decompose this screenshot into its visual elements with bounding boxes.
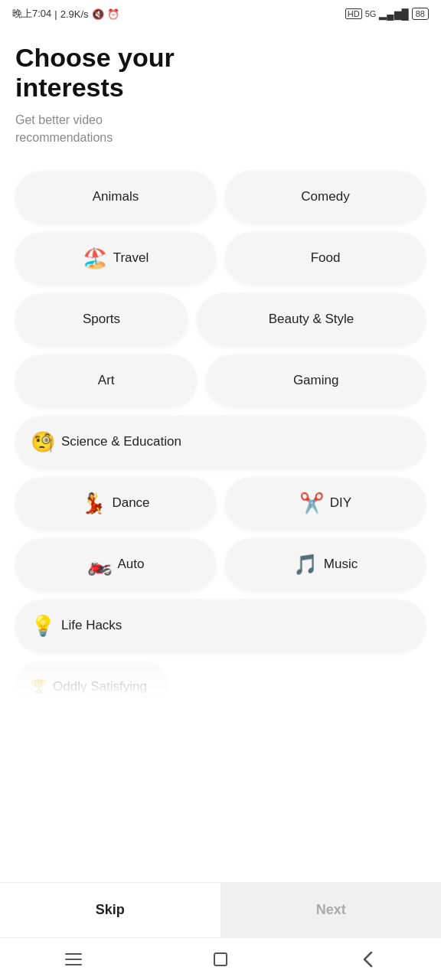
signal-bars-icon: ▂▄▆█ (379, 8, 408, 20)
time-display: 晚上7:04 (12, 7, 51, 21)
interests-row-7: 🏍️ Auto 🎵 Music (15, 538, 426, 590)
interests-row-1: Animals Comedy (15, 171, 426, 223)
sports-label: Sports (83, 312, 120, 327)
comedy-label: Comedy (301, 189, 349, 204)
interests-row-6: 💃 Dance ✂️ DIY (15, 477, 426, 529)
page-subtitle: Get better video recommendations (15, 112, 426, 146)
beauty-style-label: Beauty & Style (269, 312, 354, 327)
separator: | (54, 8, 57, 20)
interests-row-4: Art Gaming (15, 354, 426, 407)
interest-chip-animals[interactable]: Animals (15, 171, 216, 223)
next-button[interactable]: Next (221, 883, 442, 937)
interest-chip-life-hacks[interactable]: 💡 Life Hacks (15, 599, 426, 652)
travel-label: Travel (113, 250, 149, 266)
auto-emoji: 🏍️ (87, 554, 112, 574)
interest-chip-dance[interactable]: 💃 Dance (15, 477, 216, 529)
music-emoji: 🎵 (293, 554, 318, 574)
travel-emoji: 🏖️ (83, 248, 107, 268)
menu-icon[interactable] (64, 950, 83, 969)
dance-emoji: 💃 (81, 493, 106, 513)
gaming-label: Gaming (293, 373, 339, 388)
svg-rect-0 (65, 953, 82, 955)
science-emoji: 🧐 (31, 432, 55, 452)
bottom-action-bar: Skip Next (0, 882, 441, 937)
interest-chip-science-education[interactable]: 🧐 Science & Education (15, 416, 426, 468)
interests-row-9: 🏆 Oddly Satisfying (15, 661, 426, 699)
science-education-label: Science & Education (61, 434, 181, 449)
status-right: HD 5G ▂▄▆█ 88 (345, 8, 429, 20)
back-icon[interactable] (358, 950, 377, 969)
interest-chip-diy[interactable]: ✂️ DIY (225, 477, 426, 529)
interest-chip-comedy[interactable]: Comedy (225, 171, 426, 223)
dance-label: Dance (112, 495, 149, 511)
diy-emoji: ✂️ (299, 493, 324, 513)
interest-chip-beauty-style[interactable]: Beauty & Style (197, 293, 426, 345)
oddly-satisfying-emoji: 🏆 (31, 678, 47, 694)
art-label: Art (98, 373, 115, 388)
interests-row-3: Sports Beauty & Style (15, 293, 426, 345)
alarm-icon: ⏰ (107, 8, 119, 20)
interest-chip-gaming[interactable]: Gaming (206, 354, 426, 407)
android-nav-bar (0, 937, 441, 980)
svg-rect-2 (65, 964, 82, 965)
svg-rect-1 (65, 959, 82, 960)
interests-row-2: 🏖️ Travel Food (15, 232, 426, 284)
diy-label: DIY (330, 495, 351, 511)
battery-display: 88 (412, 8, 429, 20)
mute-icon: 🔇 (92, 8, 104, 20)
status-left: 晚上7:04 | 2.9K/s 🔇 ⏰ (12, 7, 119, 21)
oddly-satisfying-label: Oddly Satisfying (53, 679, 147, 694)
interest-chip-music[interactable]: 🎵 Music (225, 538, 426, 590)
food-label: Food (311, 250, 341, 266)
network-speed: 2.9K/s (60, 8, 89, 20)
skip-button[interactable]: Skip (0, 883, 221, 937)
life-hacks-label: Life Hacks (61, 618, 122, 633)
page-title: Choose your interests (15, 43, 426, 103)
animals-label: Animals (93, 189, 139, 204)
5g-badge: 5G (365, 9, 377, 18)
hd-badge: HD (345, 8, 362, 19)
music-label: Music (324, 557, 358, 572)
interests-row-8: 💡 Life Hacks (15, 599, 426, 652)
interests-row-5: 🧐 Science & Education (15, 416, 426, 468)
main-content: Choose your interests Get better video r… (0, 28, 441, 882)
status-bar: 晚上7:04 | 2.9K/s 🔇 ⏰ HD 5G ▂▄▆█ 88 (0, 0, 441, 28)
interest-chip-sports[interactable]: Sports (15, 293, 188, 345)
interests-grid: Animals Comedy 🏖️ Travel Food Sports Bea… (15, 171, 426, 699)
interest-chip-art[interactable]: Art (15, 354, 197, 407)
interest-chip-auto[interactable]: 🏍️ Auto (15, 538, 216, 590)
interest-chip-travel[interactable]: 🏖️ Travel (15, 232, 216, 284)
interest-chip-food[interactable]: Food (225, 232, 426, 284)
home-icon[interactable] (211, 950, 230, 969)
life-hacks-emoji: 💡 (31, 616, 55, 635)
auto-label: Auto (118, 557, 145, 572)
interest-chip-oddly-satisfying[interactable]: 🏆 Oddly Satisfying (15, 661, 168, 699)
svg-rect-3 (214, 953, 227, 965)
